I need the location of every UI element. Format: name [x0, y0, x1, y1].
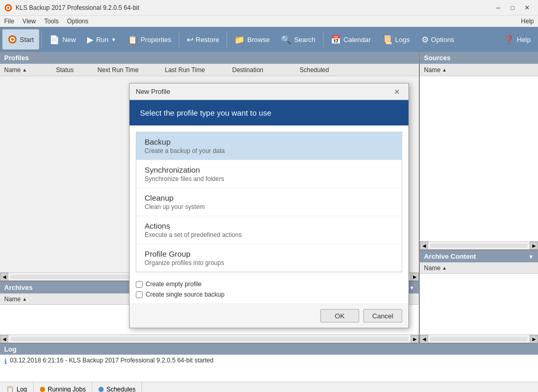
- menu-tools[interactable]: Tools: [40, 16, 63, 26]
- profile-type-backup[interactable]: Backup Create a backup of your data: [136, 132, 402, 160]
- single-source-checkbox[interactable]: [136, 291, 143, 298]
- logs-button[interactable]: 📜 Logs: [377, 29, 415, 50]
- help-button[interactable]: ❓ Help: [499, 29, 536, 50]
- ok-button[interactable]: OK: [320, 309, 359, 323]
- archive-col-name[interactable]: Name ▲: [0, 296, 31, 303]
- run-icon: ▶: [87, 35, 93, 45]
- sep2: [179, 31, 179, 48]
- options-icon: ⚙: [421, 35, 429, 45]
- archcontent-hscrollbar[interactable]: ◀ ▶: [420, 334, 538, 343]
- sources-area: Sources Name ▲ ◀ ▶: [420, 52, 538, 249]
- archive-content-columns: Name ▲: [420, 262, 538, 274]
- logs-icon: 📜: [382, 35, 392, 45]
- archive-content-expand[interactable]: ▼: [524, 251, 538, 262]
- archive-content-list: [420, 274, 538, 334]
- calendar-icon: 📅: [331, 35, 341, 45]
- sources-hscrollbar[interactable]: ◀ ▶: [420, 241, 538, 249]
- running-jobs-dot: [40, 387, 45, 392]
- sep3: [226, 31, 227, 48]
- src-scroll-right[interactable]: ▶: [530, 242, 538, 250]
- src-scroll-left[interactable]: ◀: [420, 242, 428, 250]
- run-button[interactable]: ▶ Run ▼: [82, 29, 121, 50]
- archives-hscrollbar[interactable]: ◀ ▶: [0, 334, 419, 343]
- profile-type-actions[interactable]: Actions Execute a set of predefined acti…: [136, 216, 402, 244]
- arch-scroll-track[interactable]: [10, 337, 408, 341]
- new-button[interactable]: 📄 New: [44, 29, 81, 50]
- scroll-right-btn[interactable]: ▶: [410, 273, 419, 281]
- restore-button[interactable]: ↩ Restore: [181, 29, 225, 50]
- dialog-title: New Profile: [136, 88, 392, 95]
- profile-type-group[interactable]: Profile Group Organize profiles into gro…: [136, 244, 402, 272]
- profile-type-cleanup[interactable]: Cleanup Clean up your system: [136, 188, 402, 216]
- sync-desc: Synchronize files and folders: [145, 175, 393, 183]
- archive-content-header: Archive Content: [420, 250, 524, 262]
- new-profile-dialog: New Profile ✕ Select the profile type yo…: [129, 83, 409, 328]
- app-title: KLS Backup 2017 Professional 9.2.0.5 64-…: [16, 4, 491, 11]
- start-button[interactable]: Start: [2, 29, 39, 50]
- ac-scroll-right[interactable]: ▶: [530, 335, 538, 343]
- log-entry-text: 03.12.2018 6:21:16 - KLS Backup 2017 Pro…: [10, 357, 214, 364]
- cleanup-desc: Clean up your system: [145, 203, 393, 211]
- calendar-button[interactable]: 📅 Calendar: [325, 29, 376, 50]
- sources-col-name[interactable]: Name ▲: [420, 66, 451, 74]
- options-button[interactable]: ⚙ Options: [416, 29, 460, 50]
- actions-name: Actions: [145, 221, 393, 230]
- arch-scroll-right[interactable]: ▶: [410, 335, 419, 343]
- arch-scroll-left[interactable]: ◀: [0, 335, 8, 343]
- col-scheduled[interactable]: Scheduled: [295, 66, 337, 74]
- maximize-button[interactable]: □: [506, 3, 519, 13]
- menu-options[interactable]: Options: [63, 16, 92, 26]
- search-icon: 🔍: [281, 35, 291, 45]
- sep1: [41, 31, 42, 48]
- close-button[interactable]: ✕: [520, 3, 534, 13]
- col-next-run[interactable]: Next Run Time: [93, 66, 161, 74]
- dialog-banner: Select the profile type you want to use: [130, 100, 408, 125]
- scroll-left-btn[interactable]: ◀: [0, 273, 8, 281]
- minimize-button[interactable]: ─: [491, 3, 505, 13]
- checkbox-single-source[interactable]: Create single source backup: [136, 291, 402, 298]
- restore-icon: ↩: [187, 35, 193, 45]
- title-bar: KLS Backup 2017 Professional 9.2.0.5 64-…: [0, 0, 538, 16]
- tab-schedules[interactable]: Schedules: [92, 382, 142, 392]
- dialog-close-button[interactable]: ✕: [392, 87, 402, 97]
- dialog-titlebar: New Profile ✕: [130, 83, 408, 100]
- search-button[interactable]: 🔍 Search: [276, 29, 320, 50]
- properties-icon: 📋: [128, 35, 138, 45]
- tab-running-jobs[interactable]: Running Jobs: [34, 382, 92, 392]
- archive-content-header-row: Archive Content ▼: [420, 250, 538, 262]
- col-destination[interactable]: Destination: [228, 66, 295, 74]
- ac-scroll-track[interactable]: [430, 337, 528, 341]
- menu-file[interactable]: File: [0, 16, 18, 26]
- archive-content-area: Archive Content ▼ Name ▲ ◀ ▶: [420, 249, 538, 343]
- dialog-footer: OK Cancel: [130, 303, 408, 328]
- browse-icon: 📁: [234, 35, 245, 45]
- run-dropdown-icon: ▼: [111, 37, 116, 43]
- menu-help[interactable]: Help: [517, 16, 538, 26]
- empty-profile-label: Create empty profile: [146, 281, 202, 288]
- src-scroll-track[interactable]: [430, 244, 528, 248]
- sync-name: Synchronization: [145, 165, 393, 174]
- profile-type-sync[interactable]: Synchronization Synchronize files and fo…: [136, 160, 402, 188]
- col-last-run[interactable]: Last Run Time: [161, 66, 228, 74]
- dialog-checkboxes: Create empty profile Create single sourc…: [130, 278, 408, 303]
- backup-desc: Create a backup of your data: [145, 147, 393, 155]
- col-status[interactable]: Status: [52, 66, 93, 74]
- toolbar: Start 📄 New ▶ Run ▼ 📋 Properties ↩ Resto…: [0, 27, 538, 52]
- ac-scroll-left[interactable]: ◀: [420, 335, 428, 343]
- log-entry: ℹ 03.12.2018 6:21:16 - KLS Backup 2017 P…: [4, 357, 534, 366]
- checkbox-empty-profile[interactable]: Create empty profile: [136, 281, 402, 288]
- actions-desc: Execute a set of predefined actions: [145, 231, 393, 239]
- group-name: Profile Group: [145, 249, 393, 258]
- cancel-button[interactable]: Cancel: [363, 309, 402, 323]
- browse-button[interactable]: 📁 Browse: [229, 29, 275, 50]
- archive-content-col-name[interactable]: Name ▲: [420, 264, 451, 272]
- profile-type-list: Backup Create a backup of your data Sync…: [136, 132, 402, 272]
- properties-button[interactable]: 📋 Properties: [122, 29, 176, 50]
- tab-log[interactable]: 📋 Log: [0, 382, 34, 392]
- new-icon: 📄: [49, 35, 60, 45]
- backup-name: Backup: [145, 137, 393, 146]
- menu-view[interactable]: View: [18, 16, 40, 26]
- profiles-header: Profiles: [0, 52, 419, 64]
- col-name[interactable]: Name ▲: [0, 66, 52, 74]
- empty-profile-checkbox[interactable]: [136, 281, 143, 288]
